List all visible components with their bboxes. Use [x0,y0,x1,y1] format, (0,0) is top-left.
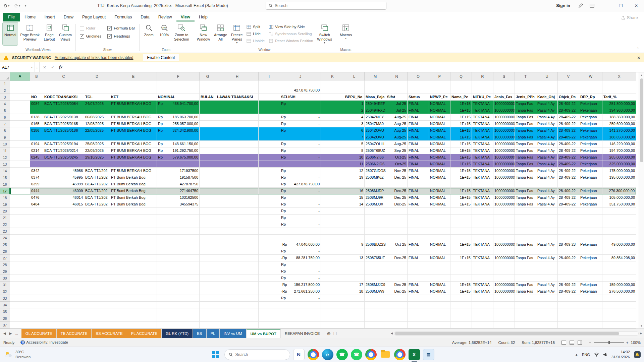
accessibility-status[interactable]: ♿Accessibility: Investigate [20,340,68,345]
cell-U12[interactable]: Pasal 4 Ay [536,154,558,161]
column-header-F[interactable]: F [157,72,200,80]
cell-O35[interactable] [408,308,429,315]
undo-button[interactable]: ▾ [3,4,9,8]
cell-V25[interactable]: 28-409-23 [558,241,579,248]
cell-J22[interactable]: Rp- [280,221,321,228]
cell-P34[interactable] [429,302,450,308]
cell-D15[interactable]: BCA-TTJ/202 [84,174,110,181]
cell-R10[interactable]: TEKTANA [472,141,493,147]
cell-F2[interactable] [157,87,200,94]
cell-K11[interactable] [321,147,344,154]
cell-K24[interactable] [321,235,344,241]
sheet-nav-right-icon[interactable]: ▶ [9,331,12,335]
scroll-up-icon[interactable]: ▲ [640,72,643,78]
cell-J29[interactable]: Rp- [280,268,321,275]
row-header-6[interactable]: 6 [0,114,10,121]
cell-J8[interactable]: Rp- [280,127,321,134]
formula-bar-checkbox[interactable]: ✓Formula Bar [107,24,135,32]
cell-G31[interactable] [200,282,216,288]
cell-R8[interactable]: TEKTANA [472,127,493,134]
cell-I32[interactable] [259,288,280,295]
cell-T4[interactable]: Tanpa Fas [515,101,536,107]
cell-T33[interactable] [515,295,536,302]
cell-Q37[interactable] [450,322,472,328]
cell-W15[interactable]: Pekerjaan [579,174,602,181]
cell-L3[interactable]: BPPU_No [344,94,365,101]
cell-B31[interactable] [30,282,43,288]
cell-L9[interactable]: 7 [344,134,365,141]
cell-K17[interactable] [321,188,344,194]
cell-E12[interactable]: PT BUMI BERKAH BOG [110,154,157,161]
cell-P7[interactable]: NORMAL [429,121,450,127]
cell-W19[interactable]: Pekerjaan [579,201,602,208]
cell-K31[interactable] [321,282,344,288]
cell-S30[interactable] [493,275,515,282]
cell-R4[interactable]: TEKTANA [472,101,493,107]
cell-N22[interactable] [386,221,408,228]
close-icon[interactable]: ✕ [637,55,641,60]
cell-G12[interactable] [200,154,216,161]
cell-W18[interactable]: Pekerjaan [579,194,602,201]
vertical-scrollbar[interactable]: ▲ ▼ [639,72,644,328]
cell-A36[interactable] [10,315,30,322]
cell-T6[interactable]: Tanpa Fas [515,114,536,121]
cell-E2[interactable] [110,87,157,94]
cell-Q8[interactable]: 1E+15 [450,127,472,134]
taskbar-icon-file-explorer[interactable] [380,349,391,360]
language-indicator[interactable]: ENG [582,353,590,357]
cell-O26[interactable] [408,248,429,255]
cell-P24[interactable] [429,235,450,241]
cell-G32[interactable] [200,288,216,295]
cell-J33[interactable]: Rp- [280,295,321,302]
cell-F31[interactable] [157,282,200,288]
scroll-down-icon[interactable]: ▼ [640,323,643,328]
cell-B34[interactable] [30,302,43,308]
cell-M19[interactable]: 2508MJ3X [365,201,386,208]
cell-U9[interactable]: Pasal 4 Ay [536,134,558,141]
cell-G25[interactable] [200,241,216,248]
cell-W33[interactable] [579,295,602,302]
cell-E31[interactable] [110,282,157,288]
cell-F32[interactable] [157,288,200,295]
cell-M15[interactable]: 2508MK6Z [365,174,386,181]
cell-V35[interactable] [558,308,579,315]
cell-J2[interactable]: 427.878.750,00 [280,87,321,94]
cell-K26[interactable] [321,248,344,255]
cell-E10[interactable]: PT BUMI BERKAH BOG [110,141,157,147]
cell-G19[interactable] [200,201,216,208]
cell-Q32[interactable]: 1E+15 [450,288,472,295]
cell-E26[interactable] [110,248,157,255]
cell-M4[interactable]: 250494EEF [365,101,386,107]
cell-P2[interactable] [429,87,450,94]
cell-K15[interactable] [321,174,344,181]
cell-O37[interactable] [408,322,429,328]
cell-H19[interactable] [216,201,259,208]
cell-B5[interactable] [30,107,43,114]
cell-F24[interactable] [157,235,200,241]
cell-B6[interactable]: 0138 [30,114,43,121]
cell-R7[interactable]: TEKTANA [472,121,493,127]
cell-I25[interactable] [259,241,280,248]
cell-P27[interactable]: NORMAL [429,255,450,261]
cell-B24[interactable] [30,235,43,241]
cell-S5[interactable]: 1000000000 [493,107,515,114]
cell-H20[interactable] [216,208,259,215]
cell-O32[interactable]: FINAL [408,288,429,295]
cell-O3[interactable]: Status [408,94,429,101]
cell-V24[interactable] [558,235,579,241]
cell-K34[interactable] [321,302,344,308]
cell-I11[interactable] [259,147,280,154]
cell-S32[interactable]: 1000000000 [493,288,515,295]
cell-Q5[interactable]: 1E+15 [450,107,472,114]
cell-U11[interactable]: Pasal 4 Ay [536,147,558,154]
cell-C34[interactable] [43,302,84,308]
cell-E6[interactable]: PT BUMI BERKAH BOG [110,114,157,121]
cell-X24[interactable] [602,235,636,241]
cell-H3[interactable]: LAWAN TRANSAKSI [216,94,259,101]
cell-C9[interactable] [43,134,84,141]
cell-I10[interactable] [259,141,280,147]
cell-T13[interactable]: Tanpa Fas [515,161,536,168]
cell-H34[interactable] [216,302,259,308]
cell-A27[interactable] [10,255,30,261]
column-header-R[interactable]: R [472,72,493,80]
